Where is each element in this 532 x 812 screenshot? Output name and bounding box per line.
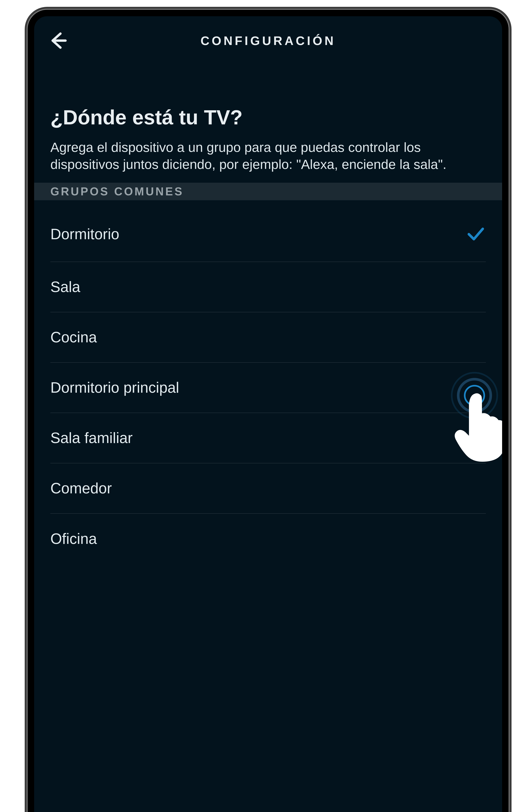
group-label: Sala familiar bbox=[51, 430, 132, 447]
group-row-comedor[interactable]: Comedor bbox=[51, 463, 486, 514]
content-area: ¿Dónde está tu TV? Agrega el dispositivo… bbox=[34, 65, 502, 812]
group-list: Dormitorio Sala Cocina Dormitorio princi… bbox=[34, 200, 502, 564]
arrow-left-icon bbox=[49, 31, 68, 50]
group-row-dormitorio[interactable]: Dormitorio bbox=[51, 200, 486, 262]
app-header: CONFIGURACIÓN bbox=[34, 16, 502, 65]
page-subheading: Agrega el dispositivo a un grupo para qu… bbox=[34, 139, 502, 183]
section-label: GRUPOS COMUNES bbox=[51, 185, 486, 198]
group-label: Dormitorio bbox=[51, 226, 119, 243]
section-label-bar: GRUPOS COMUNES bbox=[34, 183, 502, 200]
check-icon bbox=[467, 225, 485, 243]
group-row-sala-familiar[interactable]: Sala familiar bbox=[51, 413, 486, 463]
group-label: Comedor bbox=[51, 480, 112, 497]
group-label: Cocina bbox=[51, 329, 97, 346]
group-label: Sala bbox=[51, 278, 80, 295]
group-row-sala[interactable]: Sala bbox=[51, 262, 486, 312]
screen: CONFIGURACIÓN ¿Dónde está tu TV? Agrega … bbox=[34, 16, 502, 812]
group-label: Dormitorio principal bbox=[51, 379, 179, 396]
header-title: CONFIGURACIÓN bbox=[200, 34, 336, 48]
group-row-dormitorio-principal[interactable]: Dormitorio principal bbox=[51, 363, 486, 413]
group-row-oficina[interactable]: Oficina bbox=[51, 514, 486, 564]
group-label: Oficina bbox=[51, 530, 97, 547]
group-row-cocina[interactable]: Cocina bbox=[51, 312, 486, 363]
back-button[interactable] bbox=[49, 31, 68, 50]
page-heading: ¿Dónde está tu TV? bbox=[34, 65, 502, 139]
phone-frame: CONFIGURACIÓN ¿Dónde está tu TV? Agrega … bbox=[28, 10, 508, 812]
